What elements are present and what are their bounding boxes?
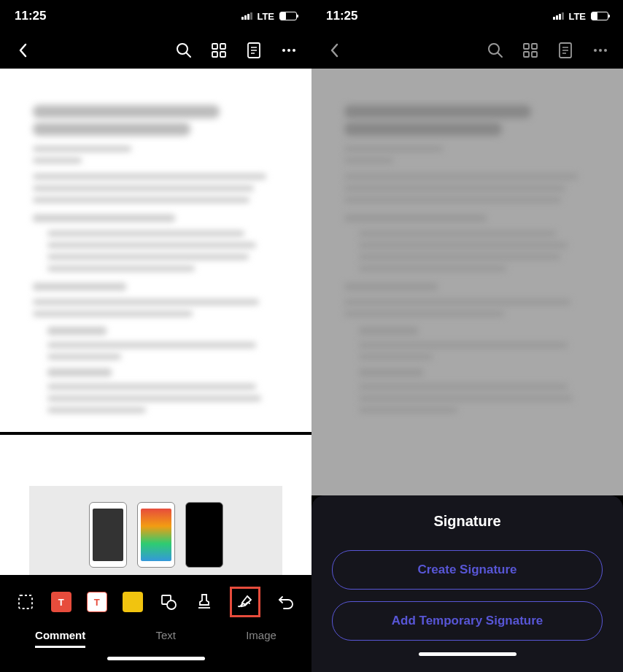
nav-bar <box>312 32 623 69</box>
svg-point-26 <box>599 49 602 52</box>
signal-icon <box>241 12 252 20</box>
svg-rect-1 <box>212 44 217 49</box>
more-icon[interactable] <box>591 41 610 60</box>
svg-point-14 <box>167 600 176 609</box>
svg-rect-17 <box>524 44 529 49</box>
tab-image[interactable]: Image <box>246 629 276 648</box>
selection-tool-icon[interactable] <box>15 592 36 612</box>
battery-icon <box>279 12 297 20</box>
svg-rect-18 <box>532 44 537 49</box>
status-bar: 11:25 LTE <box>0 0 312 32</box>
battery-icon <box>591 12 608 20</box>
add-temporary-signature-button[interactable]: Add Temporary Signature <box>332 601 603 641</box>
svg-point-11 <box>293 49 295 52</box>
svg-rect-19 <box>524 52 529 57</box>
tab-comment[interactable]: Comment <box>35 629 85 648</box>
tab-text[interactable]: Text <box>155 629 176 648</box>
status-time: 11:25 <box>15 9 46 23</box>
document-viewer[interactable] <box>0 69 312 435</box>
phone-thumbnail <box>89 502 127 568</box>
signature-sheet: Signature Create Signature Add Temporary… <box>312 495 623 672</box>
image-preview-row <box>29 486 282 575</box>
svg-rect-20 <box>532 52 537 57</box>
highlight-tool-white-icon[interactable]: T <box>87 592 107 612</box>
stamp-tool-icon[interactable] <box>194 592 214 612</box>
search-icon[interactable] <box>174 41 193 60</box>
status-right: LTE <box>241 11 297 22</box>
page-icon[interactable] <box>556 41 575 60</box>
signature-tool-highlighted[interactable] <box>230 587 260 617</box>
home-indicator[interactable] <box>419 652 516 656</box>
nav-bar <box>0 32 312 69</box>
document-content <box>0 69 312 435</box>
status-right: LTE <box>553 11 608 22</box>
network-label: LTE <box>568 11 586 22</box>
back-button[interactable] <box>13 41 32 60</box>
network-label: LTE <box>257 11 274 22</box>
svg-rect-4 <box>220 52 225 57</box>
note-tool-icon[interactable] <box>123 592 143 612</box>
search-icon[interactable] <box>486 41 505 60</box>
highlight-tool-red-icon[interactable]: T <box>51 592 71 612</box>
svg-rect-3 <box>212 52 217 57</box>
svg-rect-2 <box>220 44 225 49</box>
phone-thumbnail <box>185 502 223 568</box>
svg-point-25 <box>594 49 597 52</box>
status-bar: 11:25 LTE <box>312 0 623 32</box>
page-icon[interactable] <box>244 41 263 60</box>
annotation-toolbar: T T Comment Text Image <box>0 575 312 672</box>
svg-point-27 <box>604 49 607 52</box>
more-icon[interactable] <box>279 41 298 60</box>
back-button[interactable] <box>325 41 344 60</box>
svg-point-9 <box>282 49 285 52</box>
svg-rect-12 <box>19 595 32 609</box>
sheet-title: Signature <box>332 513 603 530</box>
signal-icon <box>553 12 564 20</box>
document-content <box>312 69 623 455</box>
phone-thumbnail <box>137 502 175 568</box>
document-viewer-dimmed[interactable] <box>312 69 623 495</box>
grid-icon[interactable] <box>209 41 228 60</box>
svg-point-10 <box>287 49 290 52</box>
undo-icon[interactable] <box>276 592 296 612</box>
grid-icon[interactable] <box>521 41 540 60</box>
create-signature-button[interactable]: Create Signature <box>332 550 603 590</box>
shape-tool-icon[interactable] <box>158 592 179 612</box>
home-indicator[interactable] <box>107 657 205 660</box>
status-time: 11:25 <box>326 9 357 23</box>
